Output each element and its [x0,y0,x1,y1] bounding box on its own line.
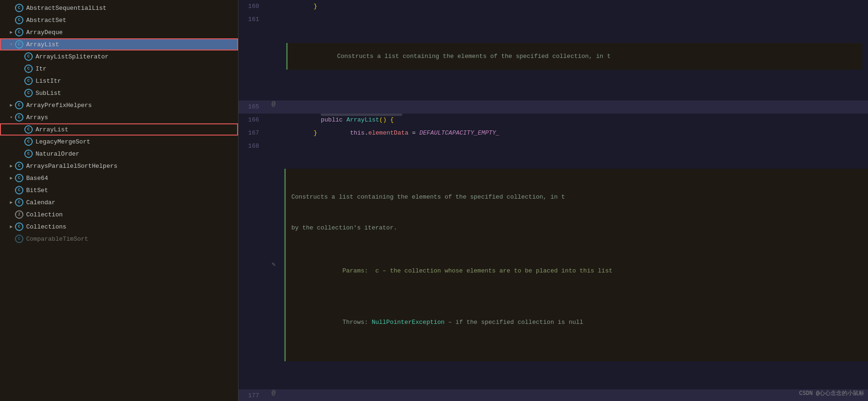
code-line-166: 166 this.elementData = DEFAULTCAPACITY_E… [239,114,868,127]
tree-label: ArrayList [26,41,59,48]
code-lines: 160 } 161 Constructs a list containing t… [239,0,868,401]
chevron-right-icon: ▶ [7,174,15,182]
tree-label: ArrayListSpliterator [36,53,108,60]
doc-block-1: Constructs a list containing the element… [239,26,868,86]
tree-label: AbstractSet [26,17,66,24]
tree-item-ArrayList-selected[interactable]: ▾ C ArrayList [0,38,238,50]
pencil-icon: ✎ [272,260,275,268]
code-line-177: 177 @ public ArrayList( @NotNull @Flow(s… [239,389,868,401]
class-icon: C [15,113,23,122]
class-icon: C [15,186,23,194]
tree-item-BitSet[interactable]: C BitSet [0,184,238,196]
tree-label: NaturalOrder [36,150,80,158]
tree-item-AbstractSet[interactable]: C AbstractSet [0,14,238,26]
gutter-165: @ [267,100,281,108]
chevron-right-icon: ▶ [7,101,15,109]
tree-item-ArrayPrefixHelpers[interactable]: ▶ C ArrayPrefixHelpers [0,99,238,111]
chevron-down-icon: ▾ [7,41,15,48]
class-icon: C [15,222,23,231]
tree-item-ArrayDeque[interactable]: ▶ C ArrayDeque [0,26,238,38]
tree-label: ArrayPrefixHelpers [26,102,92,109]
tree-label: Collection [26,211,63,218]
gutter-doc1 [267,26,281,86]
file-tree: C AbstractSequentialList C AbstractSet ▶… [0,0,239,401]
tree-item-ArrayListSpliterator[interactable]: C ArrayListSpliterator [0,50,238,63]
tree-item-NaturalOrder[interactable]: C NaturalOrder [0,148,238,160]
at-gutter-icon-177: @ [272,389,275,397]
tree-item-ListItr[interactable]: C ListItr [0,75,238,87]
tree-item-SubList[interactable]: C SubList [0,87,238,99]
tree-label: Itr [36,65,46,72]
code-content: 160 } 161 Constructs a list containing t… [239,0,868,401]
gutter-doc2-pencil: ✎ [267,153,281,375]
tree-label: ArraysParallelSortHelpers [26,163,117,170]
class-icon: C [24,150,33,158]
tree-label: Calendar [26,199,55,206]
code-line-167: 167 } [239,127,868,140]
tree-label: AbstractSequentialList [26,5,107,12]
tree-item-Collection[interactable]: I Collection [0,208,238,221]
code-line-161: 161 [239,13,868,26]
chevron-right-icon: ▶ [7,223,15,230]
line-num-165: 165 [239,100,267,114]
tree-label: ArrayList [36,126,68,133]
class-icon: C [15,101,23,109]
class-icon: C [24,89,33,97]
interface-icon: I [15,210,23,219]
class-icon: C [15,28,23,36]
doc-text-2: Constructs a list containing the element… [281,153,868,375]
class-icon: C [15,198,23,207]
line-num-166: 166 [239,114,267,127]
tree-label: LegacyMergeSort [36,138,90,145]
class-icon: C [15,174,23,182]
class-icon: C [15,162,23,170]
contract-line-2: @Contract(pure = true) [239,375,868,389]
tree-item-Base64[interactable]: ▶ C Base64 [0,172,238,184]
class-icon: C [24,64,33,73]
line-code-177: public ArrayList( @NotNull @Flow(sourceI… [281,389,868,401]
class-icon: C [24,52,33,61]
contract-line-1: @Contract(pure = true) [239,86,868,100]
tree-label: ComparableTimSort [26,236,88,243]
tree-item-Itr[interactable]: C Itr [0,63,238,75]
tree-label: Arrays [26,114,48,121]
code-editor: 160 } 161 Constructs a list containing t… [239,0,868,401]
tree-label: ArrayDeque [26,29,63,36]
class-icon: C [24,137,33,146]
code-line-165: 165 @ public ArrayList() { [239,100,868,114]
doc-iterator-text: by the collection's iterator. [291,223,862,233]
code-line-168: 168 [239,140,868,153]
class-icon: C [15,4,23,12]
tree-label: BitSet [26,187,48,194]
doc-construct-text: Constructs a list containing the element… [291,192,862,202]
doc-text-1: Constructs a list containing the element… [281,26,868,86]
tree-label: Base64 [26,175,48,182]
tree-item-Arrays[interactable]: ▾ C Arrays [0,111,238,123]
tree-item-Calendar[interactable]: ▶ C Calendar [0,196,238,208]
doc-params-text: Params: c – the collection whose element… [291,256,862,286]
class-icon: C [24,77,33,85]
tree-item-AbstractSequentialList[interactable]: C AbstractSequentialList [0,2,238,14]
line-num-168: 168 [239,140,267,153]
class-icon: C [15,16,23,24]
tree-item-Arrays-ArrayList[interactable]: C ArrayList [0,123,238,136]
chevron-right-icon: ▶ [7,162,15,170]
tree-item-LegacyMergeSort[interactable]: C LegacyMergeSort [0,136,238,148]
class-icon: C [15,235,23,243]
gutter-177: @ [267,389,281,397]
class-icon: C [24,125,33,134]
doc-main-text: Constructs a list containing the element… [337,53,611,60]
line-num-doc1 [239,26,267,86]
line-num-177: 177 [239,389,267,401]
class-icon: C [15,40,23,49]
tree-item-ComparableTimSort[interactable]: C ComparableTimSort [0,233,238,245]
doc-block-2: ✎ Constructs a list containing the eleme… [239,153,868,375]
code-line-160: 160 } [239,0,868,13]
line-num-167: 167 [239,127,267,140]
tree-item-Collections[interactable]: ▶ C Collections [0,221,238,233]
tree-label: SubList [36,90,61,97]
at-gutter-icon: @ [272,100,275,108]
tree-item-ArraysParallelSortHelpers[interactable]: ▶ C ArraysParallelSortHelpers [0,160,238,172]
line-code-160: } [281,0,868,13]
watermark: CSDN @心心念念的小鼠标 [799,389,864,397]
